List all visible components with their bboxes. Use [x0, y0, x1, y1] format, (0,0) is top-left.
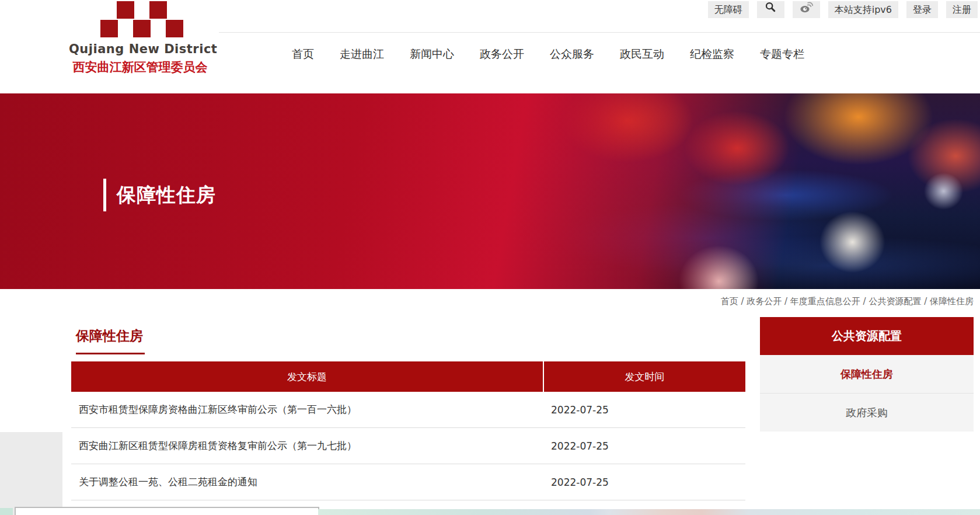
article-date: 2022-07-25	[544, 476, 609, 488]
logo-title-en: Qujiang New District	[69, 42, 211, 56]
nav-divider	[219, 32, 980, 33]
logo-checker-icon	[100, 1, 183, 37]
bottom-window-edge	[15, 507, 319, 515]
weibo-icon	[799, 0, 813, 19]
nav-item[interactable]: 公众服务	[550, 47, 594, 62]
article-date: 2022-07-25	[544, 440, 609, 452]
bottom-strip-fragment	[318, 509, 980, 515]
nav-item[interactable]: 新闻中心	[410, 47, 454, 62]
search-button[interactable]	[757, 1, 784, 18]
breadcrumb[interactable]: 首页 / 政务公开 / 年度重点信息公开 / 公共资源配置 / 保障性住房	[721, 296, 974, 307]
page-title-underline	[76, 353, 145, 354]
table-row[interactable]: 西安曲江新区租赁型保障房租赁资格复审前公示（第一九七批） 2022-07-25	[71, 428, 745, 464]
sidebar-item-affordable-housing[interactable]: 保障性住房	[760, 355, 974, 393]
main-nav: 首页走进曲江新闻中心政务公开公众服务政民互动纪检监察专题专栏	[292, 47, 804, 62]
sidebar-menu: 公共资源配置 保障性住房 政府采购	[760, 317, 974, 432]
column-header-date: 发文时间	[544, 361, 745, 392]
table-header: 发文标题 发文时间	[71, 361, 745, 392]
ipv6-badge[interactable]: 本站支持ipv6	[828, 1, 898, 18]
nav-item[interactable]: 专题专栏	[760, 47, 804, 62]
page: 无障碍 本站支持ipv6 登录 注册	[0, 0, 980, 515]
sidebar-header: 公共资源配置	[760, 317, 974, 355]
nav-item[interactable]: 走进曲江	[340, 47, 384, 62]
article-date: 2022-07-25	[544, 404, 609, 416]
article-title-link[interactable]: 关于调整公租一苑、公租二苑租金的通知	[71, 475, 544, 489]
table-body: 西安市租赁型保障房资格曲江新区终审前公示（第一百一六批） 2022-07-25 …	[71, 392, 745, 500]
nav-item[interactable]: 政民互动	[620, 47, 664, 62]
logo-title-cn: 西安曲江新区管理委员会	[69, 59, 211, 75]
table-row[interactable]: 西安市租赁型保障房资格曲江新区终审前公示（第一百一六批） 2022-07-25	[71, 392, 745, 428]
top-utility-bar: 无障碍 本站支持ipv6 登录 注册	[708, 1, 978, 18]
column-header-title: 发文标题	[71, 361, 543, 392]
article-title-link[interactable]: 西安市租赁型保障房资格曲江新区终审前公示（第一百一六批）	[71, 403, 544, 416]
bottom-corner-fragment	[0, 508, 13, 515]
weibo-button[interactable]	[793, 1, 820, 18]
left-gutter	[0, 432, 62, 515]
page-title: 保障性住房	[76, 327, 143, 345]
register-button[interactable]: 注册	[946, 1, 978, 18]
hero-banner: 保障性住房	[0, 93, 980, 289]
nav-item[interactable]: 首页	[292, 47, 314, 62]
article-title-link[interactable]: 西安曲江新区租赁型保障房租赁资格复审前公示（第一九七批）	[71, 439, 544, 453]
table-row[interactable]: 关于调整公租一苑、公租二苑租金的通知 2022-07-25	[71, 464, 745, 500]
nav-item[interactable]: 政务公开	[480, 47, 524, 62]
login-button[interactable]: 登录	[906, 1, 938, 18]
article-table: 发文标题 发文时间 西安市租赁型保障房资格曲江新区终审前公示（第一百一六批） 2…	[71, 361, 745, 500]
accessibility-button[interactable]: 无障碍	[708, 1, 749, 18]
banner-title: 保障性住房	[117, 179, 216, 211]
banner-title-bar	[103, 179, 106, 211]
nav-item[interactable]: 纪检监察	[690, 47, 734, 62]
search-icon	[764, 1, 777, 19]
sidebar-item-government-procurement[interactable]: 政府采购	[760, 393, 974, 432]
